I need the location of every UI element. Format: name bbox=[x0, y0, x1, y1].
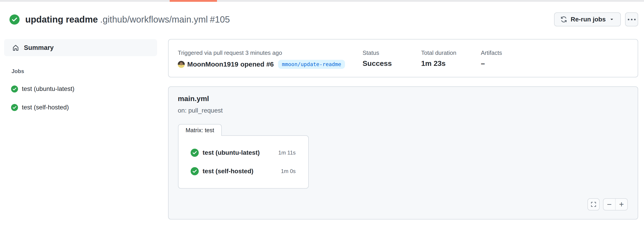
graph-zoom-controls: − + bbox=[603, 198, 628, 210]
page-title: updating readme.github/workflows/main.ym… bbox=[25, 14, 230, 25]
kebab-icon bbox=[631, 19, 632, 20]
fullscreen-icon bbox=[590, 201, 597, 207]
sidebar-job-test-self-hosted[interactable]: test (self-hosted) bbox=[4, 102, 157, 113]
avatar[interactable] bbox=[178, 61, 185, 68]
matrix-jobs-card: test (ubuntu-latest) 1m 11s test (self-h… bbox=[178, 135, 309, 189]
success-check-icon bbox=[11, 86, 18, 93]
zoom-out-button[interactable]: − bbox=[604, 199, 616, 210]
graph-fullscreen-button[interactable] bbox=[588, 198, 600, 210]
graph-job-test-ubuntu-latest[interactable]: test (ubuntu-latest) 1m 11s bbox=[191, 149, 296, 157]
zoom-in-button[interactable]: + bbox=[616, 199, 627, 210]
workflow-file-name: main.yml bbox=[178, 94, 209, 103]
page-loading-progress-bar bbox=[170, 0, 217, 2]
total-duration-value: 1m 23s bbox=[421, 59, 481, 68]
rerun-jobs-button[interactable]: Re-run jobs bbox=[554, 13, 621, 26]
kebab-icon bbox=[628, 19, 629, 20]
run-title-text: updating readme bbox=[25, 15, 98, 24]
success-check-icon bbox=[11, 104, 18, 111]
run-header: updating readme.github/workflows/main.ym… bbox=[0, 2, 644, 37]
success-check-icon bbox=[191, 167, 199, 175]
sidebar-job-test-ubuntu-latest[interactable]: test (ubuntu-latest) bbox=[4, 84, 157, 94]
jobs-heading: Jobs bbox=[12, 68, 157, 74]
branch-badge[interactable]: mmoon/update-readme bbox=[278, 60, 345, 69]
job-label: test (self-hosted) bbox=[22, 104, 69, 111]
actor-line: MoonMoon1919 opened #6 mmoon/update-read… bbox=[178, 59, 362, 69]
status-label: Status bbox=[362, 49, 421, 56]
total-duration-label: Total duration bbox=[421, 49, 481, 56]
sidebar-item-summary[interactable]: Summary bbox=[4, 39, 157, 56]
status-value: Success bbox=[362, 59, 421, 68]
actor-action-text: opened #6 bbox=[240, 61, 274, 68]
success-check-icon bbox=[10, 15, 20, 25]
sync-icon bbox=[560, 16, 567, 23]
graph-job-duration: 1m 11s bbox=[278, 150, 296, 156]
run-main-content: Triggered via pull request 3 minutes ago… bbox=[168, 39, 638, 219]
home-icon bbox=[12, 44, 19, 51]
run-sidebar: Summary Jobs test (ubuntu-latest) test (… bbox=[4, 39, 157, 120]
workflow-path: .github/workflows/main.yml bbox=[100, 15, 208, 24]
jobs-list: test (ubuntu-latest) test (self-hosted) bbox=[4, 84, 157, 113]
workflow-graph-card: main.yml on: pull_request Matrix: test t… bbox=[168, 86, 638, 219]
job-label: test (ubuntu-latest) bbox=[22, 85, 74, 93]
browser-top-strip bbox=[0, 0, 644, 2]
kebab-icon bbox=[634, 19, 636, 20]
trigger-info: Triggered via pull request 3 minutes ago… bbox=[178, 49, 362, 77]
graph-job-duration: 1m 0s bbox=[281, 168, 296, 174]
graph-job-label: test (self-hosted) bbox=[202, 168, 254, 175]
rerun-jobs-label: Re-run jobs bbox=[570, 16, 606, 23]
actor-login-link[interactable]: MoonMoon1919 bbox=[187, 61, 238, 68]
artifacts-label: Artifacts bbox=[481, 49, 540, 56]
graph-job-test-self-hosted[interactable]: test (self-hosted) 1m 0s bbox=[191, 167, 296, 175]
run-number: #105 bbox=[210, 15, 230, 24]
graph-job-label: test (ubuntu-latest) bbox=[202, 149, 260, 156]
status-column: Status Success bbox=[362, 49, 421, 77]
triggered-text: Triggered via pull request 3 minutes ago bbox=[178, 49, 362, 56]
run-options-kebab-button[interactable] bbox=[625, 13, 638, 26]
workflow-trigger: on: pull_request bbox=[178, 107, 223, 114]
matrix-tab-label: Matrix: test bbox=[186, 127, 214, 134]
caret-down-icon bbox=[609, 17, 614, 22]
total-duration-column: Total duration 1m 23s bbox=[421, 49, 481, 77]
artifacts-value: – bbox=[481, 59, 540, 68]
run-summary-card: Triggered via pull request 3 minutes ago… bbox=[168, 39, 638, 77]
success-check-icon bbox=[191, 149, 199, 157]
artifacts-column: Artifacts – bbox=[481, 49, 540, 77]
sidebar-summary-label: Summary bbox=[24, 44, 54, 52]
matrix-tab: Matrix: test bbox=[178, 124, 222, 136]
